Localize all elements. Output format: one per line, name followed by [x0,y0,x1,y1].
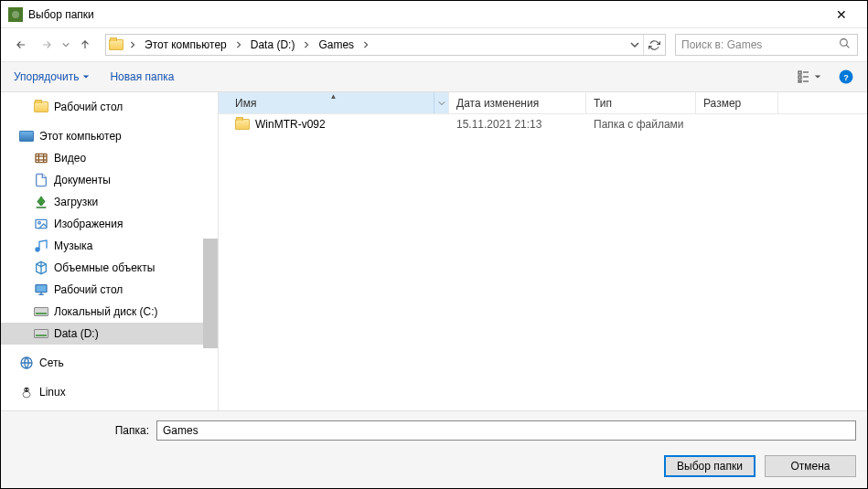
column-header-type[interactable]: Тип [586,92,696,113]
file-type: Папка с файлами [586,118,696,131]
history-dropdown[interactable] [61,41,70,48]
up-button[interactable] [74,34,96,56]
sidebar-item-desktop-quick[interactable]: Рабочий стол [1,96,218,118]
help-button[interactable]: ? [834,65,858,89]
breadcrumb-sep[interactable] [300,35,313,55]
sidebar-item-музыка[interactable]: Музыка [1,235,218,257]
sidebar-item-label: Рабочий стол [54,283,123,296]
svg-rect-10 [36,154,47,162]
chevron-down-icon [814,73,821,80]
folder-icon [34,100,48,114]
music-icon [34,239,48,253]
linux-icon [19,385,34,399]
cancel-button[interactable]: Отмена [765,455,856,477]
sidebar-item-linux[interactable]: Linux [1,381,218,403]
breadcrumb-this-pc[interactable]: Этот компьютер [139,35,232,55]
toolbar: Упорядочить Новая папка ? [1,61,867,92]
sidebar-item-label: Документы [54,174,111,186]
sidebar-item-объемные-объекты[interactable]: Объемные объекты [1,257,218,279]
column-label: Имя [235,97,256,110]
svg-rect-2 [798,71,801,74]
svg-point-24 [25,388,26,390]
downloads-icon [34,195,48,209]
column-label: Размер [703,97,741,110]
folder-icon [106,39,126,50]
breadcrumb-games[interactable]: Games [313,35,359,55]
sidebar-item-network[interactable]: Сеть [1,352,218,374]
sidebar-item-label: Этот компьютер [39,130,122,143]
svg-rect-4 [798,80,801,82]
folder-name-input[interactable] [156,420,856,441]
sidebar: Рабочий стол Этот компьютер ВидеоДокумен… [1,92,219,410]
sidebar-item-label: Локальный диск (C:) [54,305,158,318]
column-header-name[interactable]: ▲ Имя [219,92,449,113]
address-dropdown-icon[interactable] [630,40,639,49]
new-folder-label: Новая папка [110,70,174,83]
sidebar-item-видео[interactable]: Видео [1,147,218,169]
close-button[interactable]: ✕ [823,7,860,22]
sidebar-item-документы[interactable]: Документы [1,169,218,191]
footer: Папка: Выбор папки Отмена [1,410,867,488]
images-icon [34,217,48,231]
breadcrumb-root-sep[interactable] [126,35,139,55]
column-label: Дата изменения [456,97,539,110]
column-header-size[interactable]: Размер [696,92,778,113]
sidebar-item-label: Видео [54,152,86,165]
sidebar-item-загрузки[interactable]: Загрузки [1,191,218,213]
svg-text:?: ? [843,73,849,82]
folder-field-label: Папка: [12,424,149,437]
column-filter-dropdown[interactable] [434,92,448,113]
titlebar: Выбор папки ✕ [1,1,867,28]
sidebar-item-рабочий-стол[interactable]: Рабочий стол [1,279,218,301]
file-list[interactable]: WinMTR-v09215.11.2021 21:13Папка с файла… [219,114,867,410]
column-headers: ▲ Имя Дата изменения Тип Размер [219,92,867,114]
file-date: 15.11.2021 21:13 [449,118,586,131]
docs-icon [34,173,48,187]
sidebar-item-локальный-диск-c-[interactable]: Локальный диск (C:) [1,301,218,323]
sort-indicator-icon: ▲ [330,92,338,101]
sidebar-item-this-pc[interactable]: Этот компьютер [1,125,218,147]
svg-point-16 [38,221,41,224]
file-pane: ▲ Имя Дата изменения Тип Размер WinMTR-v… [219,92,867,410]
sidebar-item-label: Linux [39,386,66,399]
app-icon [8,7,23,22]
new-folder-button[interactable]: Новая папка [106,67,177,87]
svg-point-17 [36,248,39,251]
select-folder-button[interactable]: Выбор папки [664,455,755,477]
back-button[interactable] [10,34,32,56]
address-bar[interactable]: Этот компьютер Data (D:) Games [105,34,666,56]
sidebar-item-label: Загрузки [54,196,98,208]
svg-point-0 [12,11,19,18]
monitor-icon [19,129,34,144]
sidebar-item-label: Объемные объекты [54,261,155,274]
column-header-date[interactable]: Дата изменения [449,92,586,113]
sidebar-item-label: Музыка [54,239,92,252]
breadcrumb-sep[interactable] [359,35,372,55]
organize-button[interactable]: Упорядочить [10,67,93,87]
scrollbar-thumb[interactable] [203,239,218,348]
disk-icon [34,304,48,319]
sidebar-item-label: Сеть [39,356,64,369]
forward-button[interactable] [36,34,58,56]
network-icon [19,356,34,370]
search-box[interactable] [675,34,858,56]
search-input[interactable] [681,38,839,51]
svg-point-1 [841,39,848,47]
sidebar-item-data-d-[interactable]: Data (D:) [1,323,218,345]
navigation-bar: Этот компьютер Data (D:) Games [1,28,867,61]
sidebar-item-label: Изображения [54,218,123,230]
organize-label: Упорядочить [14,70,79,83]
sidebar-item-изображения[interactable]: Изображения [1,213,218,235]
file-row[interactable]: WinMTR-v09215.11.2021 21:13Папка с файла… [219,114,867,134]
view-options-button[interactable] [798,65,821,89]
breadcrumb-sep[interactable] [232,35,245,55]
sidebar-item-label: Рабочий стол [54,101,123,113]
column-label: Тип [594,97,612,110]
video-icon [34,151,48,165]
disk-icon [34,326,48,341]
breadcrumb-data-d[interactable]: Data (D:) [245,35,301,55]
3d-icon [34,260,48,275]
body: Рабочий стол Этот компьютер ВидеоДокумен… [1,92,867,410]
chevron-down-icon [82,73,90,80]
refresh-button[interactable] [643,35,665,55]
